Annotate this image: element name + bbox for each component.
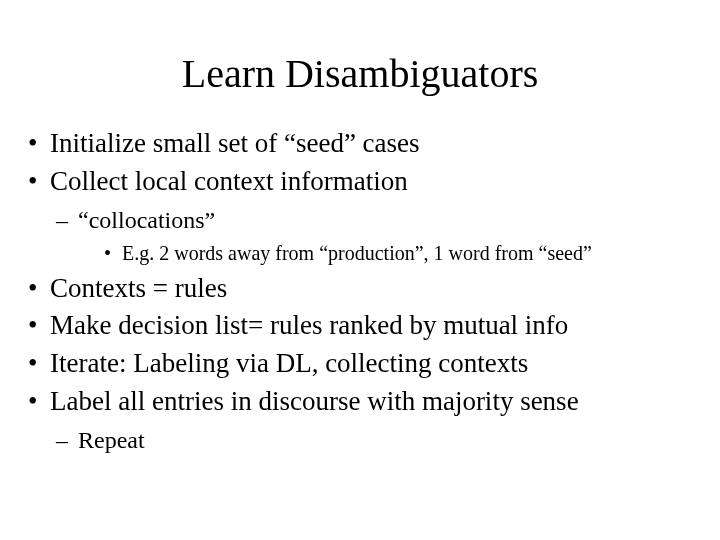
slide: Learn Disambiguators Initialize small se… <box>0 0 720 540</box>
bullet-item: Collect local context information “collo… <box>20 165 700 266</box>
subsub-bullet-item: E.g. 2 words away from “production”, 1 w… <box>98 241 700 266</box>
bullet-text: Make decision list= rules ranked by mutu… <box>50 310 568 340</box>
bullet-text: Collect local context information <box>50 166 408 196</box>
sub-bullet-list: “collocations” E.g. 2 words away from “p… <box>50 205 700 266</box>
bullet-item: Contexts = rules <box>20 272 700 306</box>
sub-bullet-item: “collocations” E.g. 2 words away from “p… <box>50 205 700 266</box>
bullet-text: Initialize small set of “seed” cases <box>50 128 420 158</box>
bullet-text: Label all entries in discourse with majo… <box>50 386 579 416</box>
bullet-item: Initialize small set of “seed” cases <box>20 127 700 161</box>
sub-bullet-item: Repeat <box>50 425 700 455</box>
bullet-item: Label all entries in discourse with majo… <box>20 385 700 455</box>
bullet-item: Iterate: Labeling via DL, collecting con… <box>20 347 700 381</box>
bullet-list: Initialize small set of “seed” cases Col… <box>20 127 700 455</box>
bullet-text: Contexts = rules <box>50 273 227 303</box>
sub-bullet-list: Repeat <box>50 425 700 455</box>
bullet-item: Make decision list= rules ranked by mutu… <box>20 309 700 343</box>
sub-bullet-text: “collocations” <box>78 207 215 233</box>
sub-bullet-text: Repeat <box>78 427 145 453</box>
slide-title: Learn Disambiguators <box>20 50 700 97</box>
bullet-text: Iterate: Labeling via DL, collecting con… <box>50 348 528 378</box>
subsub-bullet-list: E.g. 2 words away from “production”, 1 w… <box>98 241 700 266</box>
subsub-bullet-text: E.g. 2 words away from “production”, 1 w… <box>122 242 592 264</box>
